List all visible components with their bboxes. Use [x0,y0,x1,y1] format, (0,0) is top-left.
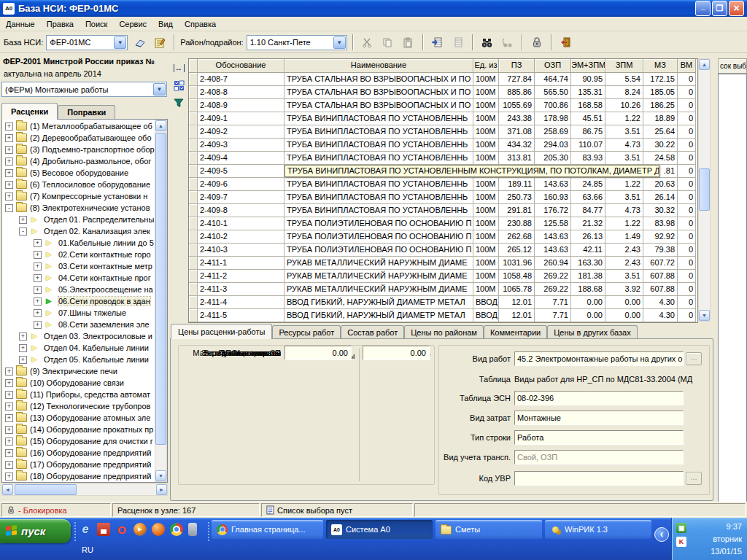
expand-toggle-icon[interactable]: + [19,356,27,364]
expand-toggle-icon[interactable]: + [19,344,27,352]
quick-launch-icon[interactable] [79,523,92,536]
tree-item[interactable]: + (2) Деревообрабатывающее обо [3,132,155,144]
base-nsi-combobox[interactable]: ФЕР-01МС [46,35,128,50]
row-selector[interactable] [189,178,198,191]
bottom-tab[interactable]: Цены расценки-работы [171,324,272,339]
antivirus-icon[interactable] [676,537,686,547]
expand-toggle-icon[interactable]: + [5,402,13,411]
table-row[interactable]: 2-408-7 ТРУБА СТАЛЬНАЯ ВО ВЗРЫВООПАСНЫХ … [189,73,697,86]
tree-item[interactable]: + 03.Сети контактные метр [3,260,155,272]
tree-item[interactable]: + 07.Шины тяжелые [3,307,155,319]
tree-vertical-scrollbar[interactable]: ▲ ▼ [155,120,167,482]
line-type-field[interactable]: Работа [514,430,684,445]
row-selector[interactable] [189,217,198,230]
expand-toggle-icon[interactable]: + [34,309,42,317]
chevron-down-icon[interactable] [153,83,166,96]
table-row[interactable]: 2-409-6 ТРУБА ВИНИПЛАСТОВАЯ ПО УСТАНОВЛЕ… [189,178,697,191]
column-select-icon[interactable] [170,77,187,93]
row-selector[interactable] [189,244,198,257]
tree-item[interactable]: + (10) Оборудование связи [3,377,155,389]
left-tab[interactable]: Расценки [1,103,58,120]
tree-item[interactable]: + (18) Оборудование предприятий [3,470,155,482]
expand-toggle-icon[interactable]: - [19,228,27,236]
work-type-browse-button[interactable]: ... [686,352,702,365]
cost-type-field[interactable]: Монтажные [514,411,684,425]
expand-toggle-icon[interactable]: + [5,379,13,387]
expand-toggle-icon[interactable]: + [34,286,42,294]
expand-toggle-icon[interactable]: + [34,251,42,259]
expand-toggle-icon[interactable]: + [5,192,13,201]
minimize-button[interactable] [695,1,711,16]
left-tab[interactable]: Поправки [58,105,115,120]
row-selector[interactable] [189,230,198,244]
tree-item[interactable]: + (17) Оборудование предприятий [3,459,155,470]
row-selector[interactable] [189,99,198,112]
tree-item[interactable]: + (4) Дробильно-размольное, обог [3,155,155,167]
row-selector[interactable] [189,165,198,178]
region-price-field[interactable]: 0.00 [363,346,430,360]
quick-launch-icon[interactable] [152,523,165,536]
task-button[interactable]: Система А0 [326,520,433,539]
tree-item[interactable]: + (5) Весовое оборудование [3,167,155,179]
cut-icon[interactable] [359,34,376,51]
tree-item[interactable]: + Отдел 03. Электросиловые и [3,330,155,342]
quick-launch-icon[interactable] [188,523,197,536]
tree-item[interactable]: + Отдел 05. Кабельные линии [3,354,155,365]
bottom-tab[interactable]: Ресурсы работ [272,325,341,339]
table-row[interactable]: 2-409-5 .81 0 ТРУБА ВИНИПЛАСТОВАЯ ПО УСТ… [189,165,697,178]
table-vertical-scrollbar[interactable]: ▲ ▼ [698,58,711,322]
network-agent-icon[interactable] [676,523,686,533]
table-row[interactable]: 2-411-4 ВВОД ГИБКИЙ, НАРУЖНЫЙ ДИАМЕТР МЕ… [189,296,697,309]
tree-item[interactable]: + (12) Технологические трубопров [3,400,155,412]
expand-toggle-icon[interactable]: + [34,239,42,247]
tree-item[interactable]: + (1) Металлообрабатывающее об [3,120,155,132]
table-row[interactable]: 2-409-2 ТРУБА ВИНИПЛАСТОВАЯ ПО УСТАНОВЛЕ… [189,125,697,139]
expand-toggle-icon[interactable]: + [5,169,13,177]
row-selector[interactable] [189,86,198,99]
paste-icon[interactable] [400,34,417,51]
selection-list[interactable] [718,74,747,503]
header-mz[interactable]: МЗ [643,59,678,73]
expand-toggle-icon[interactable]: - [5,204,13,212]
table-row[interactable]: 2-409-7 ТРУБА ВИНИПЛАСТОВАЯ ПО УСТАНОВЛЕ… [189,191,697,204]
table-row[interactable]: 2-408-8 ТРУБА СТАЛЬНАЯ ВО ВЗРЫВООПАСНЫХ … [189,86,697,99]
task-button[interactable]: Главная страница... [212,520,323,539]
row-selector[interactable] [189,112,198,125]
expand-toggle-icon[interactable]: + [5,461,13,469]
tree-item[interactable]: + 05.Электроосвещение на [3,284,155,295]
table-row[interactable]: 2-408-9 ТРУБА СТАЛЬНАЯ ВО ВЗРЫВООПАСНЫХ … [189,99,697,112]
header-code[interactable]: Обоснование [198,59,285,73]
expand-toggle-icon[interactable]: + [5,158,13,166]
row-selector[interactable] [189,270,198,283]
expand-toggle-icon[interactable]: + [5,472,13,481]
maximize-button[interactable] [712,1,727,16]
close-button[interactable] [729,1,744,16]
table-row[interactable]: 2-409-1 ТРУБА ВИНИПЛАСТОВАЯ ПО УСТАНОВЛЕ… [189,112,697,125]
header-zpm[interactable]: ЗПМ [605,59,643,73]
table-row[interactable]: 2-410-3 ТРУБА ПОЛИЭТИЛЕНОВАЯ ПО ОСНОВАНИ… [189,244,697,257]
table-row[interactable]: 2-411-5 ВВОД ГИБКИЙ, НАРУЖНЫЙ ДИАМЕТР МЕ… [189,309,697,322]
start-button[interactable]: пуск [0,519,71,543]
menu-item[interactable]: Правка [41,18,80,31]
region-combobox[interactable]: 1.10 Санкт-Пете [247,35,347,50]
eraser-icon[interactable] [131,34,148,51]
table-row[interactable]: 2-410-2 ТРУБА ПОЛИЭТИЛЕНОВАЯ ПО ОСНОВАНИ… [189,230,697,244]
task-button[interactable]: WinРИК 1.3 [545,520,651,539]
row-selector[interactable] [189,309,198,322]
insert-rows-icon[interactable] [429,34,446,51]
menu-item[interactable]: Данные [0,18,41,31]
menu-item[interactable]: Справка [179,18,222,31]
expand-toggle-icon[interactable]: + [5,181,13,189]
tree-item[interactable]: + 04.Сети контактные прог [3,272,155,284]
table-row[interactable]: 2-411-1 РУКАВ МЕТАЛЛИЧЕСКИЙ НАРУЖНЫМ ДИА… [189,257,697,270]
bottom-tab[interactable]: Цены по районам [404,325,484,339]
header-pz[interactable]: ПЗ [499,59,535,73]
row-selector[interactable] [189,296,198,309]
bottom-tab[interactable]: Комментарии [484,325,547,339]
tree-item[interactable]: + 08.Сети заземления эле [3,319,155,330]
scroll-left-icon[interactable]: ◄ [2,484,13,495]
taskbar-drag-handle[interactable] [74,522,77,541]
header-name[interactable]: Наименование [285,59,473,73]
row-selector[interactable] [189,73,198,86]
bottom-tab[interactable]: Состав работ [341,325,404,339]
